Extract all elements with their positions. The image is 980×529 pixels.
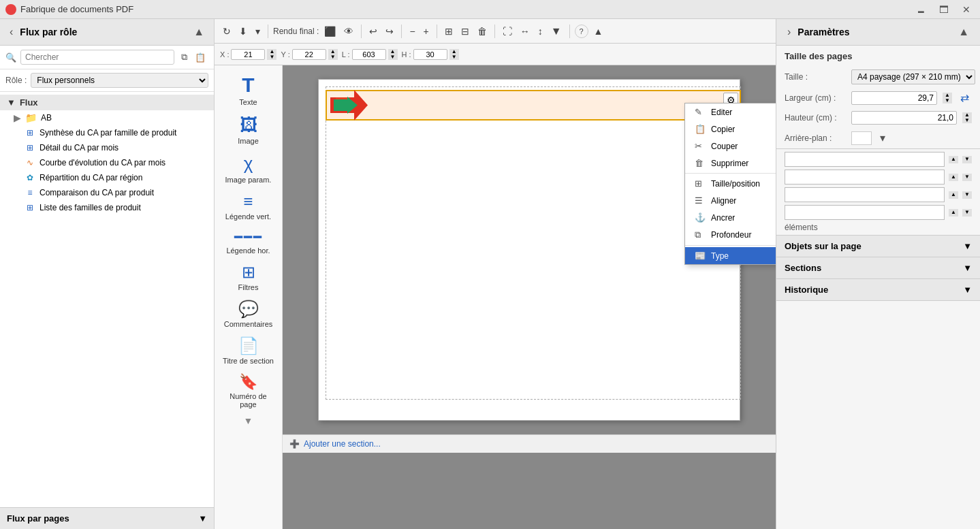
lock-btn[interactable]: ⇄ (958, 90, 972, 106)
align-btn[interactable]: ▼ (548, 24, 565, 39)
extra-down2[interactable]: ▼ (962, 174, 972, 181)
tree-item-0[interactable]: ⊞ Synthèse du CA par famille de produit (0, 125, 214, 140)
extra-up1[interactable]: ▲ (949, 156, 958, 163)
objets-label: Objets sur la page (785, 241, 862, 251)
resize-v-btn[interactable]: ↕ (535, 25, 546, 38)
copy-btn[interactable]: ⧉ (178, 50, 190, 64)
tree-folder-ab[interactable]: ▶ 📁 AB (0, 110, 214, 125)
hauteur-input[interactable] (851, 111, 957, 125)
ctx-taille[interactable]: ⊞ Taille/position › (685, 175, 776, 192)
extra-up3[interactable]: ▲ (949, 191, 958, 199)
toolbar-second: X : ▲ ▼ Y : ▲ ▼ L : ▲ ▼ (215, 44, 776, 65)
eye-btn[interactable]: 👁 (341, 25, 356, 38)
numero-page-icon: 🔖 (239, 373, 257, 391)
left-panel-footer[interactable]: Flux par pages ▼ (0, 507, 214, 529)
title-bar-controls[interactable]: 🗕 🗖 ✕ (912, 3, 975, 16)
commentaires-widget[interactable]: 💬 Commentaires (219, 297, 279, 331)
image-param-icon: χ (244, 153, 253, 174)
legende-hor-widget[interactable]: ━━━ Légende hor. (219, 226, 279, 257)
fullscreen-btn[interactable]: ⛶ (500, 25, 515, 38)
taille-select[interactable]: A4 paysage (297 × 210 mm) (851, 69, 975, 84)
numero-page-widget[interactable]: 🔖 Numéro de page (219, 370, 279, 411)
x-input[interactable] (231, 49, 265, 60)
tree-item-1[interactable]: ⊞ Détail du CA par mois (0, 140, 214, 155)
selected-element[interactable]: ⚙ (326, 90, 741, 121)
toggle-btn[interactable]: ⬛ (321, 25, 338, 38)
y-down[interactable]: ▼ (328, 54, 338, 60)
ctx-type[interactable]: 📰 Type › ● Normal ● En-t (685, 247, 776, 264)
extra-up2[interactable]: ▲ (949, 174, 958, 181)
download-btn[interactable]: ⬇ (236, 25, 250, 38)
delete-btn[interactable]: 🗑 (475, 25, 490, 38)
refresh-btn[interactable]: ↻ (220, 25, 234, 38)
tree-item-3[interactable]: ✿ Répartition du CA par région (0, 170, 214, 185)
extra-input4[interactable] (785, 205, 945, 220)
plus-btn[interactable]: + (421, 25, 432, 38)
h-input[interactable] (413, 49, 447, 60)
titre-section-widget[interactable]: 📄 Titre de section (219, 334, 279, 368)
dropdown-btn[interactable]: ▾ (253, 25, 263, 38)
close-button[interactable]: ✕ (958, 3, 975, 16)
arriere-color[interactable] (851, 131, 872, 145)
canvas-footer[interactable]: ➕ Ajouter une section... (283, 434, 776, 453)
role-select[interactable]: Flux personnels (31, 73, 208, 88)
x-down[interactable]: ▼ (267, 54, 276, 60)
largeur-input[interactable] (851, 91, 937, 105)
arriere-dropdown[interactable]: ▾ (877, 130, 888, 146)
title-bar-left: Fabrique de documents PDF (5, 4, 133, 15)
extra-input1[interactable] (785, 152, 945, 167)
maximize-button[interactable]: 🗖 (935, 3, 953, 16)
l-input[interactable] (352, 49, 386, 60)
tb-sep3 (401, 25, 402, 38)
extra-input3[interactable] (785, 187, 945, 202)
left-panel-collapse-btn[interactable]: ‹ (7, 25, 16, 39)
ctx-aligner[interactable]: ☰ Aligner › (685, 192, 776, 209)
help-btn[interactable]: ? (575, 25, 588, 38)
y-input[interactable] (292, 49, 326, 60)
group2-btn[interactable]: ⊟ (458, 25, 472, 38)
largeur-row: Largeur (cm) : ▲ ▼ ⇄ (776, 87, 980, 108)
resize-h-btn[interactable]: ↔ (518, 25, 533, 38)
largeur-down[interactable]: ▼ (943, 98, 952, 103)
right-panel-expand-btn[interactable]: › (785, 25, 793, 39)
group1-btn[interactable]: ⊞ (442, 25, 456, 38)
paste-btn[interactable]: 📋 (192, 50, 208, 64)
taille-row: Taille : A4 paysage (297 × 210 mm) (776, 67, 980, 87)
redo-btn[interactable]: ↪ (383, 25, 396, 38)
tree-item-2[interactable]: ∿ Courbe d'évolution du CA par mois (0, 155, 214, 170)
h-down[interactable]: ▼ (449, 54, 459, 60)
ctx-profondeur[interactable]: ⧉ Profondeur › (685, 226, 776, 244)
right-panel-collapse-btn[interactable]: ▲ (955, 25, 972, 39)
tree-item-5[interactable]: ⊞ Liste des familles de produit (0, 200, 214, 215)
objets-section[interactable]: Objets sur la page ▼ (776, 236, 980, 257)
extra-input2[interactable] (785, 170, 945, 185)
ctx-editer[interactable]: ✎ Editer (685, 103, 776, 121)
image-widget[interactable]: 🖼 Image (219, 112, 279, 148)
tree-section-flux[interactable]: ▼ Flux (0, 95, 214, 110)
filtres-widget[interactable]: ⊞ Filtres (219, 260, 279, 294)
legende-vert-widget[interactable]: ≡ Légende vert. (219, 189, 279, 223)
ctx-couper[interactable]: ✂ Couper Ctrl+X (685, 138, 776, 155)
extra-down3[interactable]: ▼ (962, 191, 972, 199)
extra-down4[interactable]: ▼ (962, 209, 972, 217)
ctx-copier[interactable]: 📋 Copier Ctrl+C (685, 121, 776, 138)
tree-item-4[interactable]: ≡ Comparaison du CA par produit (0, 185, 214, 200)
ctx-ancrer[interactable]: ⚓ Ancrer (685, 209, 776, 226)
hauteur-down[interactable]: ▼ (962, 118, 972, 123)
l-down[interactable]: ▼ (388, 54, 398, 60)
image-param-widget[interactable]: χ Image param. (219, 150, 279, 187)
search-input[interactable] (20, 50, 174, 65)
ctx-supprimer[interactable]: 🗑 Supprimer Suppr (685, 155, 776, 172)
minimize-button[interactable]: 🗕 (912, 3, 930, 16)
widget-scroll-down[interactable]: ▼ (242, 414, 255, 428)
minus-btn[interactable]: − (407, 25, 417, 38)
sections-section[interactable]: Sections ▼ (776, 257, 980, 279)
extra-down1[interactable]: ▼ (962, 156, 972, 163)
profondeur-icon: ⧉ (695, 229, 706, 240)
historique-section[interactable]: Historique ▼ (776, 279, 980, 301)
extra-up4[interactable]: ▲ (949, 209, 958, 217)
undo-btn[interactable]: ↩ (366, 25, 380, 38)
up-btn[interactable]: ▲ (591, 25, 606, 38)
left-panel-up-btn[interactable]: ▲ (191, 25, 207, 39)
texte-widget[interactable]: T Texte (219, 71, 279, 109)
